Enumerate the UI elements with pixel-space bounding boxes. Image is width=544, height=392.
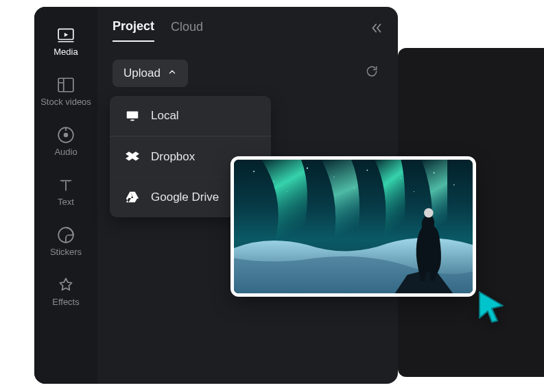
- sidebar-item-audio[interactable]: Audio: [38, 119, 93, 167]
- upload-option-label: Google Drive: [151, 191, 219, 204]
- tool-sidebar: Media Stock videos Audio Text Stickers: [34, 7, 97, 384]
- tab-label: Project: [113, 19, 154, 33]
- stock-videos-icon: [57, 76, 75, 94]
- svg-point-8: [253, 171, 255, 172]
- sidebar-item-effects[interactable]: Effects: [38, 269, 93, 317]
- tab-project[interactable]: Project: [113, 19, 154, 42]
- upload-label: Upload: [123, 66, 161, 80]
- local-icon: [125, 108, 140, 123]
- upload-option-local[interactable]: Local: [110, 96, 271, 136]
- tab-cloud[interactable]: Cloud: [171, 20, 203, 41]
- svg-point-3: [64, 134, 68, 137]
- upload-button[interactable]: Upload: [113, 60, 188, 87]
- svg-point-10: [307, 167, 308, 169]
- svg-rect-5: [127, 112, 139, 119]
- sidebar-item-label: Effects: [52, 297, 80, 307]
- refresh-icon: [365, 69, 379, 80]
- sidebar-item-stickers[interactable]: Stickers: [38, 219, 93, 267]
- sidebar-item-label: Text: [58, 197, 74, 207]
- text-icon: [57, 176, 75, 194]
- svg-point-15: [453, 184, 455, 186]
- stickers-icon: [57, 226, 75, 244]
- svg-point-18: [414, 191, 414, 192]
- svg-point-12: [366, 169, 368, 171]
- media-thumbnail[interactable]: [230, 156, 476, 297]
- cursor-icon: [475, 288, 508, 328]
- sidebar-item-label: Stock videos: [40, 97, 91, 107]
- tab-label: Cloud: [171, 20, 203, 34]
- media-tabs: Project Cloud: [113, 19, 383, 42]
- upload-option-label: Dropbox: [151, 150, 195, 164]
- sidebar-item-stock-videos[interactable]: Stock videos: [38, 69, 93, 117]
- svg-point-19: [424, 208, 434, 218]
- refresh-button[interactable]: [365, 64, 379, 81]
- sidebar-item-media[interactable]: Media: [38, 19, 93, 66]
- sidebar-item-label: Media: [54, 47, 78, 57]
- sidebar-item-label: Audio: [54, 147, 77, 157]
- svg-rect-1: [58, 78, 73, 92]
- google-drive-icon: [125, 190, 140, 205]
- upload-option-label: Local: [151, 109, 179, 123]
- svg-rect-6: [130, 120, 134, 121]
- audio-icon: [57, 126, 75, 144]
- effects-icon: [57, 276, 75, 294]
- media-icon: [57, 26, 75, 44]
- chevron-up-icon: [167, 66, 177, 80]
- sidebar-item-text[interactable]: Text: [38, 169, 93, 217]
- collapse-panel-button[interactable]: [369, 21, 384, 38]
- sidebar-item-label: Stickers: [50, 247, 82, 257]
- dropbox-icon: [125, 149, 140, 164]
